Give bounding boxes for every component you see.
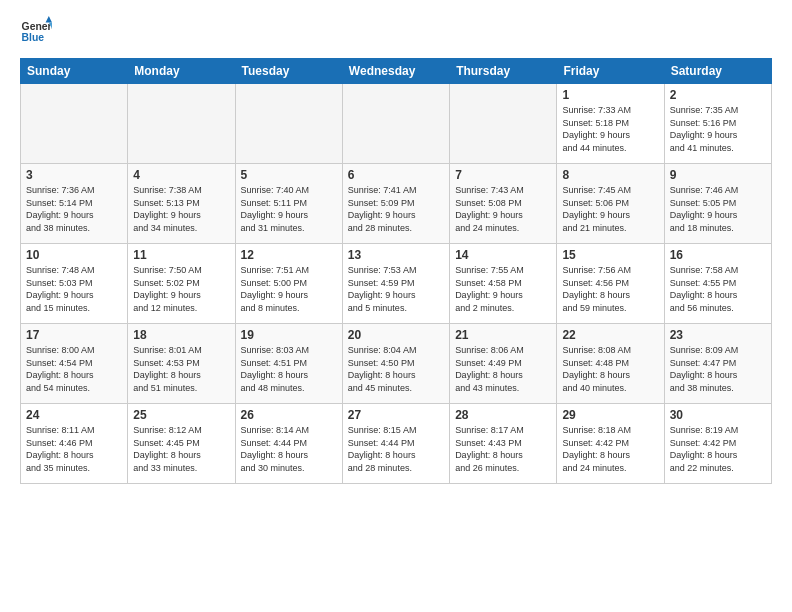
weekday-header-wednesday: Wednesday [342,59,449,84]
day-number: 15 [562,248,658,262]
day-number: 8 [562,168,658,182]
day-info: Sunrise: 8:19 AM Sunset: 4:42 PM Dayligh… [670,424,766,474]
day-number: 28 [455,408,551,422]
calendar-cell: 25Sunrise: 8:12 AM Sunset: 4:45 PM Dayli… [128,404,235,484]
calendar-cell: 29Sunrise: 8:18 AM Sunset: 4:42 PM Dayli… [557,404,664,484]
page-header: General Blue [20,16,772,48]
day-info: Sunrise: 8:09 AM Sunset: 4:47 PM Dayligh… [670,344,766,394]
day-number: 26 [241,408,337,422]
weekday-header-tuesday: Tuesday [235,59,342,84]
day-info: Sunrise: 8:15 AM Sunset: 4:44 PM Dayligh… [348,424,444,474]
day-number: 13 [348,248,444,262]
calendar-cell: 14Sunrise: 7:55 AM Sunset: 4:58 PM Dayli… [450,244,557,324]
calendar-cell: 11Sunrise: 7:50 AM Sunset: 5:02 PM Dayli… [128,244,235,324]
svg-text:Blue: Blue [22,32,45,43]
day-number: 5 [241,168,337,182]
logo: General Blue [20,16,52,48]
day-info: Sunrise: 7:48 AM Sunset: 5:03 PM Dayligh… [26,264,122,314]
calendar-cell: 30Sunrise: 8:19 AM Sunset: 4:42 PM Dayli… [664,404,771,484]
weekday-header-saturday: Saturday [664,59,771,84]
day-info: Sunrise: 8:17 AM Sunset: 4:43 PM Dayligh… [455,424,551,474]
calendar-cell: 1Sunrise: 7:33 AM Sunset: 5:18 PM Daylig… [557,84,664,164]
day-number: 29 [562,408,658,422]
day-info: Sunrise: 7:35 AM Sunset: 5:16 PM Dayligh… [670,104,766,154]
day-info: Sunrise: 8:11 AM Sunset: 4:46 PM Dayligh… [26,424,122,474]
calendar-cell: 3Sunrise: 7:36 AM Sunset: 5:14 PM Daylig… [21,164,128,244]
day-number: 30 [670,408,766,422]
day-number: 6 [348,168,444,182]
day-number: 18 [133,328,229,342]
day-info: Sunrise: 7:51 AM Sunset: 5:00 PM Dayligh… [241,264,337,314]
weekday-header-friday: Friday [557,59,664,84]
day-info: Sunrise: 7:33 AM Sunset: 5:18 PM Dayligh… [562,104,658,154]
day-number: 3 [26,168,122,182]
day-info: Sunrise: 7:50 AM Sunset: 5:02 PM Dayligh… [133,264,229,314]
day-number: 4 [133,168,229,182]
day-number: 11 [133,248,229,262]
day-info: Sunrise: 7:40 AM Sunset: 5:11 PM Dayligh… [241,184,337,234]
day-number: 19 [241,328,337,342]
calendar-cell: 19Sunrise: 8:03 AM Sunset: 4:51 PM Dayli… [235,324,342,404]
calendar-cell: 9Sunrise: 7:46 AM Sunset: 5:05 PM Daylig… [664,164,771,244]
calendar-cell: 2Sunrise: 7:35 AM Sunset: 5:16 PM Daylig… [664,84,771,164]
calendar-header-row: SundayMondayTuesdayWednesdayThursdayFrid… [21,59,772,84]
day-number: 14 [455,248,551,262]
day-info: Sunrise: 8:01 AM Sunset: 4:53 PM Dayligh… [133,344,229,394]
calendar-cell: 4Sunrise: 7:38 AM Sunset: 5:13 PM Daylig… [128,164,235,244]
day-number: 27 [348,408,444,422]
day-number: 20 [348,328,444,342]
calendar-cell [21,84,128,164]
day-number: 24 [26,408,122,422]
day-number: 23 [670,328,766,342]
calendar-cell: 28Sunrise: 8:17 AM Sunset: 4:43 PM Dayli… [450,404,557,484]
day-info: Sunrise: 8:12 AM Sunset: 4:45 PM Dayligh… [133,424,229,474]
day-info: Sunrise: 7:43 AM Sunset: 5:08 PM Dayligh… [455,184,551,234]
calendar-cell: 23Sunrise: 8:09 AM Sunset: 4:47 PM Dayli… [664,324,771,404]
weekday-header-thursday: Thursday [450,59,557,84]
weekday-header-monday: Monday [128,59,235,84]
day-info: Sunrise: 8:08 AM Sunset: 4:48 PM Dayligh… [562,344,658,394]
calendar-cell: 5Sunrise: 7:40 AM Sunset: 5:11 PM Daylig… [235,164,342,244]
day-info: Sunrise: 8:06 AM Sunset: 4:49 PM Dayligh… [455,344,551,394]
day-info: Sunrise: 7:36 AM Sunset: 5:14 PM Dayligh… [26,184,122,234]
calendar-cell [342,84,449,164]
day-number: 1 [562,88,658,102]
calendar-cell: 22Sunrise: 8:08 AM Sunset: 4:48 PM Dayli… [557,324,664,404]
day-number: 7 [455,168,551,182]
calendar-cell: 12Sunrise: 7:51 AM Sunset: 5:00 PM Dayli… [235,244,342,324]
day-info: Sunrise: 7:45 AM Sunset: 5:06 PM Dayligh… [562,184,658,234]
svg-text:General: General [22,21,52,32]
calendar-cell: 26Sunrise: 8:14 AM Sunset: 4:44 PM Dayli… [235,404,342,484]
day-number: 12 [241,248,337,262]
day-info: Sunrise: 8:04 AM Sunset: 4:50 PM Dayligh… [348,344,444,394]
calendar-cell: 13Sunrise: 7:53 AM Sunset: 4:59 PM Dayli… [342,244,449,324]
calendar-cell: 7Sunrise: 7:43 AM Sunset: 5:08 PM Daylig… [450,164,557,244]
day-number: 25 [133,408,229,422]
day-number: 21 [455,328,551,342]
logo-icon: General Blue [20,16,52,48]
calendar-week-4: 17Sunrise: 8:00 AM Sunset: 4:54 PM Dayli… [21,324,772,404]
day-info: Sunrise: 7:53 AM Sunset: 4:59 PM Dayligh… [348,264,444,314]
calendar-cell: 20Sunrise: 8:04 AM Sunset: 4:50 PM Dayli… [342,324,449,404]
calendar-cell [128,84,235,164]
day-number: 22 [562,328,658,342]
calendar-cell [235,84,342,164]
day-info: Sunrise: 8:14 AM Sunset: 4:44 PM Dayligh… [241,424,337,474]
calendar-cell: 6Sunrise: 7:41 AM Sunset: 5:09 PM Daylig… [342,164,449,244]
calendar-cell: 16Sunrise: 7:58 AM Sunset: 4:55 PM Dayli… [664,244,771,324]
calendar-cell: 27Sunrise: 8:15 AM Sunset: 4:44 PM Dayli… [342,404,449,484]
day-info: Sunrise: 7:38 AM Sunset: 5:13 PM Dayligh… [133,184,229,234]
day-info: Sunrise: 7:56 AM Sunset: 4:56 PM Dayligh… [562,264,658,314]
day-number: 2 [670,88,766,102]
day-info: Sunrise: 7:58 AM Sunset: 4:55 PM Dayligh… [670,264,766,314]
day-number: 9 [670,168,766,182]
day-info: Sunrise: 7:46 AM Sunset: 5:05 PM Dayligh… [670,184,766,234]
calendar-week-2: 3Sunrise: 7:36 AM Sunset: 5:14 PM Daylig… [21,164,772,244]
calendar-cell: 17Sunrise: 8:00 AM Sunset: 4:54 PM Dayli… [21,324,128,404]
calendar-cell: 18Sunrise: 8:01 AM Sunset: 4:53 PM Dayli… [128,324,235,404]
day-info: Sunrise: 7:55 AM Sunset: 4:58 PM Dayligh… [455,264,551,314]
calendar-cell: 21Sunrise: 8:06 AM Sunset: 4:49 PM Dayli… [450,324,557,404]
calendar-cell: 15Sunrise: 7:56 AM Sunset: 4:56 PM Dayli… [557,244,664,324]
weekday-header-sunday: Sunday [21,59,128,84]
calendar-cell: 8Sunrise: 7:45 AM Sunset: 5:06 PM Daylig… [557,164,664,244]
